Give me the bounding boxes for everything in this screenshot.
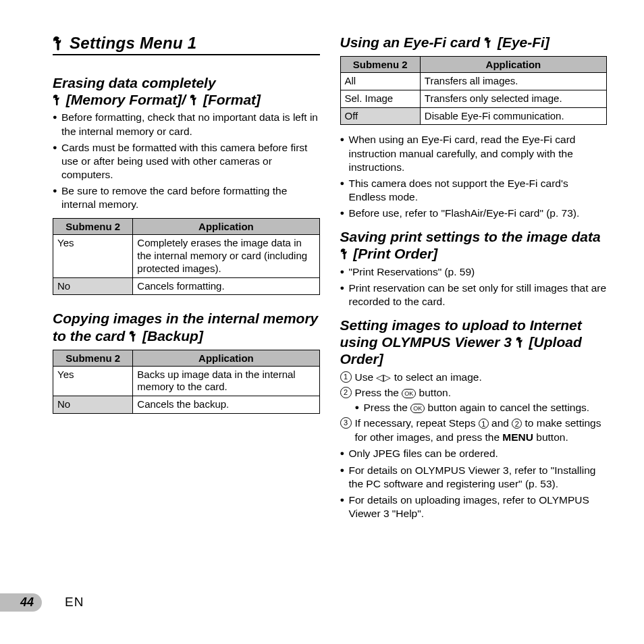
table-row: Sel. Image Transfers only selected image… (340, 90, 607, 107)
upload-steps: Use ◁▷ to select an image. Press the OK … (340, 371, 608, 445)
bullet-item: Print reservation can be set only for st… (340, 281, 608, 308)
table-cell: Disable Eye-Fi communication. (420, 107, 606, 125)
format-table: Submenu 2 Application Yes Completely era… (53, 218, 320, 295)
wrench-icon (53, 34, 70, 52)
bullet-item: For details on OLYMPUS Viewer 3, refer t… (340, 464, 608, 491)
table-cell: Cancels the backup. (133, 396, 319, 414)
table-cell: Yes (53, 235, 133, 277)
bullet-item: When using an Eye-Fi card, read the Eye-… (340, 133, 608, 173)
table-cell: All (340, 73, 420, 90)
upload-bullets: Only JPEG files can be ordered. For deta… (340, 447, 608, 520)
ok-button-icon: OK (402, 389, 416, 398)
table-row: Yes Completely erases the image data in … (53, 235, 320, 277)
table-header: Application (133, 350, 319, 366)
bullet-item: Cards must be formatted with this camera… (53, 141, 320, 182)
menu-key: MENU (502, 431, 533, 443)
table-row: Yes Backs up image data in the internal … (53, 366, 320, 396)
bullet-item: Be sure to remove the card before format… (53, 184, 320, 211)
table-header: Application (420, 57, 606, 73)
section-backup-title: Copying images in the internal memory to… (53, 310, 320, 344)
table-row: No Cancels formatting. (53, 277, 320, 295)
ok-button-icon: OK (410, 404, 425, 413)
step-item: Use ◁▷ to select an image. (340, 371, 608, 385)
table-cell: Yes (53, 366, 133, 396)
table-cell: Cancels formatting. (133, 277, 319, 295)
table-row: Off Disable Eye-Fi communication. (340, 107, 607, 125)
circled-two-icon: 2 (512, 419, 522, 429)
step-item: Press the OK button. Press the OK button… (340, 386, 608, 415)
language-code: EN (65, 595, 84, 610)
table-row: No Cancels the backup. (53, 396, 320, 414)
table-cell: No (53, 396, 133, 414)
bullet-item: For details on uploading images, refer t… (340, 493, 608, 520)
left-column: Settings Menu 1 Erasing data completely … (53, 34, 320, 581)
wrench-icon (129, 328, 142, 344)
eyefi-bullets: When using an Eye-Fi card, read the Eye-… (340, 133, 608, 220)
wrench-icon (340, 246, 354, 261)
page-number-tab: 44 (0, 593, 42, 612)
bullet-item: Before formatting, check that no importa… (53, 111, 320, 138)
format-bullets: Before formatting, check that no importa… (53, 111, 320, 211)
page-footer: 44 EN (0, 594, 644, 621)
table-cell: Backs up image data in the internal memo… (133, 366, 319, 396)
print-bullets: "Print Reservations" (p. 59) Print reser… (340, 265, 608, 308)
table-header: Submenu 2 (340, 57, 420, 73)
chapter-title: Settings Menu 1 (53, 34, 320, 55)
table-cell: Off (340, 107, 420, 125)
bullet-item: "Print Reservations" (p. 59) (340, 265, 608, 279)
left-arrow-icon: ◁ (376, 373, 383, 382)
wrench-icon (190, 92, 203, 107)
bullet-item: Before use, refer to "FlashAir/Eye-Fi ca… (340, 207, 608, 220)
table-cell: Transfers all images. (420, 73, 606, 90)
table-cell: Transfers only selected image. (420, 90, 606, 107)
table-cell: Completely erases the image data in the … (133, 235, 319, 277)
circled-one-icon: 1 (479, 419, 489, 429)
eyefi-table: Submenu 2 Application All Transfers all … (340, 56, 608, 125)
right-arrow-icon: ▷ (383, 373, 391, 382)
section-format-title: Erasing data completely [Memory Format]/… (53, 74, 320, 108)
sub-bullet-item: Press the OK button again to cancel the … (355, 401, 608, 414)
section-upload-title: Setting images to upload to Internet usi… (340, 317, 608, 368)
table-cell: No (53, 277, 133, 295)
section-eyefi-title: Using an Eye-Fi card [Eye-Fi] (340, 34, 608, 51)
table-row: All Transfers all images. (340, 73, 607, 90)
backup-table: Submenu 2 Application Yes Backs up image… (53, 350, 320, 414)
section-print-title: Saving print settings to the image data … (340, 228, 608, 262)
step-item: If necessary, repeat Steps 1 and 2 to ma… (340, 417, 608, 445)
wrench-icon (484, 34, 498, 50)
wrench-icon (53, 92, 66, 107)
chapter-title-text: Settings Menu 1 (70, 34, 197, 52)
table-header: Application (133, 219, 319, 235)
bullet-item: Only JPEG files can be ordered. (340, 447, 608, 460)
table-header: Submenu 2 (53, 350, 133, 366)
table-header: Submenu 2 (53, 219, 133, 235)
wrench-icon (516, 334, 529, 350)
table-cell: Sel. Image (340, 90, 420, 107)
manual-page: Settings Menu 1 Erasing data completely … (0, 0, 644, 594)
bullet-item: This camera does not support the Eye-Fi … (340, 177, 608, 204)
right-column: Using an Eye-Fi card [Eye-Fi] Submenu 2 … (340, 34, 608, 581)
